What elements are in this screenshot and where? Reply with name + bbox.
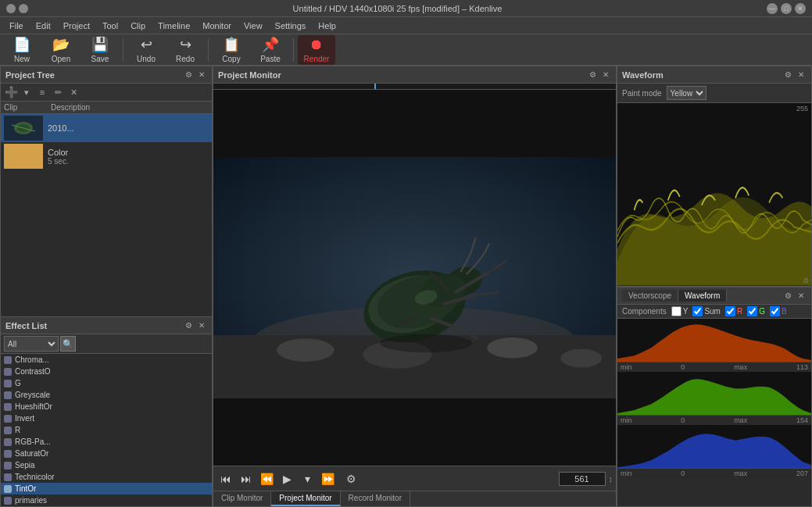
- channel-g-check[interactable]: G: [747, 306, 765, 316]
- histogram-settings-icon[interactable]: ⚙: [782, 290, 793, 301]
- titlebar: Untitled / HDV 1440x1080i 25 fps [modifi…: [0, 0, 812, 17]
- effect-name: RGB-Pa...: [15, 437, 51, 446]
- add-clip-button[interactable]: ➕: [4, 85, 18, 99]
- undo-button[interactable]: ↩ Undo: [127, 34, 165, 65]
- project-tree-toolbar: ➕ ▾ ≡ ✏ ✕: [1, 84, 212, 102]
- project-tree-title: Project Tree: [5, 70, 55, 80]
- effect-dot: [4, 438, 12, 446]
- project-tree-close-icon[interactable]: ✕: [196, 70, 207, 80]
- histogram-r-info: min 0 max 113: [617, 362, 811, 372]
- g-max-value: 154: [796, 416, 808, 424]
- channel-g-checkbox[interactable]: [747, 306, 757, 316]
- channel-r-check[interactable]: R: [725, 306, 742, 316]
- menu-settings[interactable]: Settings: [269, 20, 313, 32]
- histogram-panel: Vectorscope Waveform ⚙ ✕ Components Y Su…: [617, 287, 812, 508]
- save-button[interactable]: 💾 Save: [81, 34, 119, 65]
- skip-back-button[interactable]: ⏮: [216, 470, 235, 488]
- clip-row-color[interactable]: Color 5 sec.: [1, 142, 212, 170]
- menu-view[interactable]: View: [238, 20, 269, 32]
- monitor-scrubber[interactable]: [213, 84, 616, 90]
- channel-b-check[interactable]: B: [770, 306, 787, 316]
- maximize-button[interactable]: □: [781, 3, 792, 14]
- effect-item-invert[interactable]: Invert: [1, 412, 212, 424]
- clip-info-video: 2010...: [48, 123, 74, 133]
- effect-item-contrast[interactable]: ContrastO: [1, 366, 212, 377]
- pt-view-button[interactable]: ≡: [35, 85, 49, 99]
- effect-item-rgbpa[interactable]: RGB-Pa...: [1, 436, 212, 448]
- clip-thumbnail-color: [4, 144, 43, 169]
- effect-item-hueshift[interactable]: HueshiftOr: [1, 401, 212, 412]
- channel-y-checkbox[interactable]: [671, 306, 681, 316]
- project-tree-settings-icon[interactable]: ⚙: [183, 70, 194, 80]
- menu-file[interactable]: File: [3, 20, 30, 32]
- channel-sum-check[interactable]: Sum: [692, 306, 721, 316]
- paint-mode-select[interactable]: Yellow Green White: [667, 86, 706, 100]
- effect-filter-select[interactable]: All Video Audio: [4, 336, 59, 352]
- monitor-config-button[interactable]: ⚙: [342, 470, 360, 488]
- effect-list-search-button[interactable]: 🔍: [60, 336, 76, 352]
- effect-list-settings-icon[interactable]: ⚙: [183, 320, 194, 331]
- effect-item-tintor[interactable]: TintOr: [1, 483, 212, 495]
- effect-name: G: [15, 379, 21, 387]
- paste-button[interactable]: 📌 Paste: [252, 34, 289, 65]
- menu-monitor[interactable]: Monitor: [196, 20, 238, 32]
- channel-sum-checkbox[interactable]: [692, 306, 703, 316]
- menu-timeline[interactable]: Timeline: [152, 20, 196, 32]
- monitor-timecode[interactable]: 561: [559, 472, 606, 486]
- effect-item-g[interactable]: G: [1, 377, 212, 389]
- clip-row-video[interactable]: 2010...: [1, 114, 212, 142]
- monitor-close-icon[interactable]: ✕: [600, 70, 611, 80]
- new-button[interactable]: 📄 New: [3, 34, 41, 65]
- tab-vectorscope[interactable]: Vectorscope: [622, 290, 678, 302]
- channel-r-checkbox[interactable]: [725, 306, 735, 316]
- minimize-button[interactable]: —: [767, 3, 778, 14]
- tab-waveform[interactable]: Waveform: [678, 290, 727, 302]
- menu-clip[interactable]: Clip: [124, 20, 152, 32]
- pt-delete-button[interactable]: ✕: [66, 85, 80, 99]
- menu-tool[interactable]: Tool: [96, 20, 124, 32]
- redo-button[interactable]: ↪ Redo: [166, 34, 204, 65]
- tab-project-monitor[interactable]: Project Monitor: [271, 491, 340, 506]
- copy-button[interactable]: 📋 Copy: [213, 34, 250, 65]
- svg-point-9: [487, 337, 538, 358]
- pt-menu-button[interactable]: ▾: [20, 85, 34, 99]
- waveform-header: Waveform ⚙ ✕: [617, 66, 811, 84]
- waveform-settings-icon[interactable]: ⚙: [782, 70, 793, 80]
- step-back-button[interactable]: ⏭: [237, 470, 256, 488]
- effect-name: ContrastO: [15, 367, 51, 376]
- effect-item-r[interactable]: R: [1, 424, 212, 436]
- toolbar-separator-2: [208, 38, 209, 62]
- effect-item-chroma[interactable]: Chroma...: [1, 354, 212, 366]
- effect-name: Greyscale: [15, 391, 50, 399]
- histogram-b-channel: [617, 425, 811, 469]
- window-controls[interactable]: — □ ✕: [767, 3, 806, 14]
- effect-item-sepia[interactable]: Sepia: [1, 459, 212, 471]
- tab-clip-monitor[interactable]: Clip Monitor: [213, 491, 271, 506]
- fast-forward-button[interactable]: ⏩: [318, 470, 337, 488]
- channel-b-checkbox[interactable]: [770, 306, 780, 316]
- open-button[interactable]: 📂 Open: [42, 34, 80, 65]
- waveform-min-value: .0: [802, 277, 808, 284]
- close-button[interactable]: ✕: [795, 3, 806, 14]
- rewind-button[interactable]: ⏪: [257, 470, 276, 488]
- pt-edit-button[interactable]: ✏: [51, 85, 65, 99]
- monitor-settings-icon[interactable]: ⚙: [587, 70, 598, 80]
- render-button[interactable]: ⏺ Render: [298, 35, 335, 65]
- menu-help[interactable]: Help: [312, 20, 342, 32]
- effect-item-primaries[interactable]: primaries: [1, 495, 212, 506]
- effect-item-greyscale[interactable]: Greyscale: [1, 389, 212, 401]
- menu-edit[interactable]: Edit: [30, 20, 57, 32]
- histogram-close-icon[interactable]: ✕: [796, 290, 807, 301]
- channel-y-check[interactable]: Y: [671, 306, 689, 316]
- effect-item-saturator[interactable]: SaturatOr: [1, 448, 212, 459]
- effect-list-title: Effect List: [5, 321, 47, 330]
- effect-dot: [4, 462, 12, 470]
- play-button[interactable]: ▶: [277, 470, 296, 488]
- waveform-close-icon[interactable]: ✕: [796, 70, 807, 80]
- menu-project[interactable]: Project: [57, 20, 96, 32]
- effect-list-close-icon[interactable]: ✕: [196, 320, 207, 331]
- tab-record-monitor[interactable]: Record Monitor: [341, 491, 410, 506]
- play-options-button[interactable]: ▾: [298, 470, 317, 488]
- effect-item-technicolor[interactable]: Technicolor: [1, 471, 212, 483]
- g-max-label: max: [734, 416, 747, 424]
